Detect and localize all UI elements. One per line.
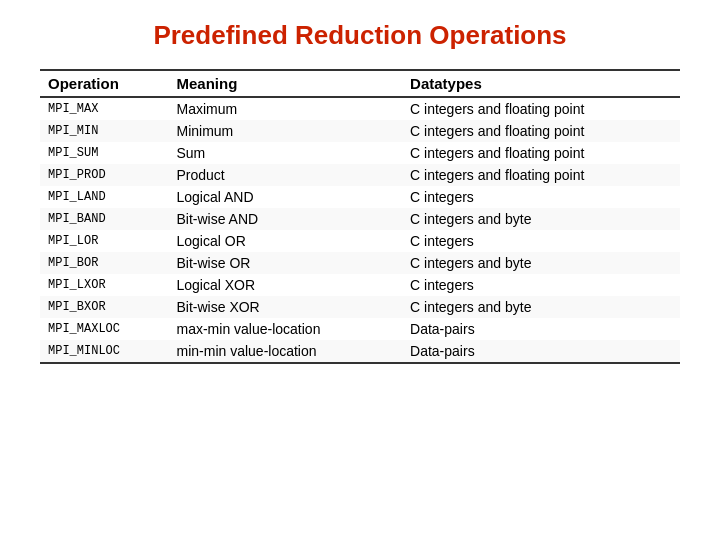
cell-datatypes: C integers and byte bbox=[402, 296, 680, 318]
cell-meaning: min-min value-location bbox=[169, 340, 403, 363]
cell-operation: MPI_MAXLOC bbox=[40, 318, 169, 340]
table-row: MPI_MINLOCmin-min value-locationData-pai… bbox=[40, 340, 680, 363]
cell-operation: MPI_MINLOC bbox=[40, 340, 169, 363]
cell-datatypes: C integers and floating point bbox=[402, 142, 680, 164]
cell-meaning: Logical OR bbox=[169, 230, 403, 252]
cell-operation: MPI_LXOR bbox=[40, 274, 169, 296]
reduction-table: Operation Meaning Datatypes MPI_MAXMaxim… bbox=[40, 69, 680, 364]
table-row: MPI_BANDBit-wise ANDC integers and byte bbox=[40, 208, 680, 230]
table-row: MPI_LORLogical ORC integers bbox=[40, 230, 680, 252]
cell-datatypes: C integers and floating point bbox=[402, 120, 680, 142]
cell-datatypes: C integers bbox=[402, 230, 680, 252]
cell-datatypes: Data-pairs bbox=[402, 318, 680, 340]
table-row: MPI_BXORBit-wise XORC integers and byte bbox=[40, 296, 680, 318]
table-header-row: Operation Meaning Datatypes bbox=[40, 70, 680, 97]
cell-operation: MPI_MIN bbox=[40, 120, 169, 142]
cell-datatypes: C integers and floating point bbox=[402, 164, 680, 186]
cell-meaning: Minimum bbox=[169, 120, 403, 142]
cell-meaning: Product bbox=[169, 164, 403, 186]
cell-datatypes: Data-pairs bbox=[402, 340, 680, 363]
col-header-datatypes: Datatypes bbox=[402, 70, 680, 97]
cell-operation: MPI_SUM bbox=[40, 142, 169, 164]
page: Predefined Reduction Operations Operatio… bbox=[0, 0, 720, 540]
page-title: Predefined Reduction Operations bbox=[40, 20, 680, 51]
cell-operation: MPI_PROD bbox=[40, 164, 169, 186]
cell-meaning: Logical AND bbox=[169, 186, 403, 208]
table-row: MPI_MINMinimumC integers and floating po… bbox=[40, 120, 680, 142]
cell-operation: MPI_BAND bbox=[40, 208, 169, 230]
cell-datatypes: C integers and byte bbox=[402, 252, 680, 274]
cell-meaning: Bit-wise AND bbox=[169, 208, 403, 230]
cell-meaning: Bit-wise XOR bbox=[169, 296, 403, 318]
cell-operation: MPI_BOR bbox=[40, 252, 169, 274]
col-header-meaning: Meaning bbox=[169, 70, 403, 97]
cell-operation: MPI_LOR bbox=[40, 230, 169, 252]
cell-meaning: max-min value-location bbox=[169, 318, 403, 340]
table-row: MPI_LXORLogical XORC integers bbox=[40, 274, 680, 296]
cell-operation: MPI_MAX bbox=[40, 97, 169, 120]
cell-meaning: Bit-wise OR bbox=[169, 252, 403, 274]
cell-meaning: Sum bbox=[169, 142, 403, 164]
cell-datatypes: C integers bbox=[402, 274, 680, 296]
cell-datatypes: C integers and byte bbox=[402, 208, 680, 230]
table-row: MPI_BORBit-wise ORC integers and byte bbox=[40, 252, 680, 274]
cell-operation: MPI_LAND bbox=[40, 186, 169, 208]
cell-datatypes: C integers bbox=[402, 186, 680, 208]
cell-meaning: Logical XOR bbox=[169, 274, 403, 296]
table-row: MPI_MAXMaximumC integers and floating po… bbox=[40, 97, 680, 120]
table-row: MPI_PRODProductC integers and floating p… bbox=[40, 164, 680, 186]
col-header-operation: Operation bbox=[40, 70, 169, 97]
table-row: MPI_LANDLogical ANDC integers bbox=[40, 186, 680, 208]
table-row: MPI_MAXLOCmax-min value-locationData-pai… bbox=[40, 318, 680, 340]
cell-meaning: Maximum bbox=[169, 97, 403, 120]
cell-operation: MPI_BXOR bbox=[40, 296, 169, 318]
cell-datatypes: C integers and floating point bbox=[402, 97, 680, 120]
table-row: MPI_SUMSumC integers and floating point bbox=[40, 142, 680, 164]
